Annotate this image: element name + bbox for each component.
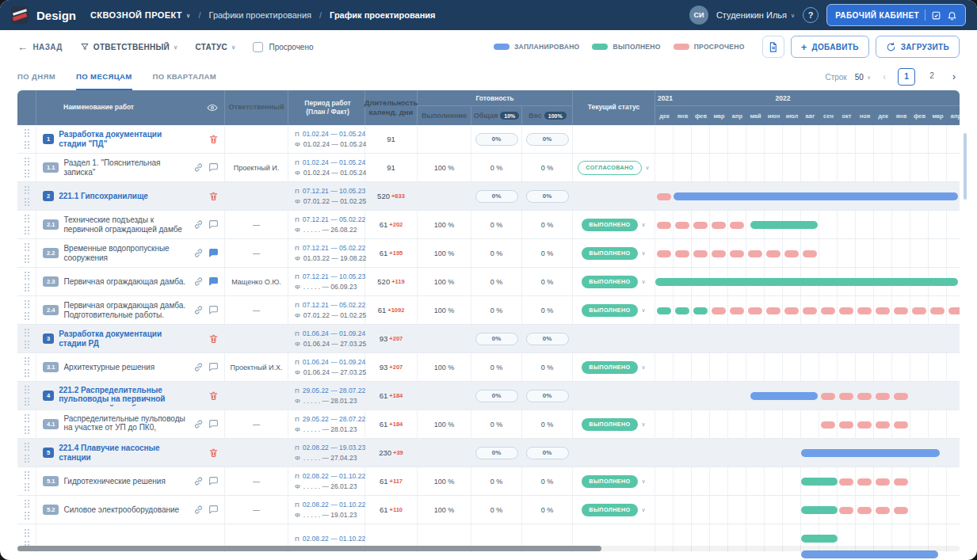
link-icon[interactable] — [193, 162, 204, 173]
gantt-bar-planned[interactable] — [674, 192, 958, 200]
checkbox-box[interactable] — [253, 42, 263, 52]
comment-icon[interactable] — [208, 419, 219, 429]
gantt-bar-planned[interactable] — [750, 392, 818, 400]
name-cell: 1.1Раздел 1. "Пояснительная записка" — [36, 154, 225, 181]
drag-handle[interactable] — [17, 211, 36, 238]
work-name[interactable]: Разработка документации стадии "ПД" — [59, 130, 189, 149]
breadcrumb-section[interactable]: Графики проектирования — [209, 10, 311, 20]
drag-handle[interactable] — [17, 125, 36, 153]
drag-handle[interactable] — [17, 496, 36, 524]
task-check-icon[interactable] — [931, 10, 941, 21]
horizontal-scrollbar-thumb[interactable] — [17, 546, 601, 551]
drag-handle[interactable] — [17, 296, 36, 324]
gantt-bar-done[interactable] — [655, 278, 958, 286]
drag-handle[interactable] — [17, 182, 36, 210]
chevron-down-icon[interactable]: ∨ — [646, 165, 650, 171]
bell-icon[interactable] — [947, 10, 957, 21]
avatar[interactable]: СИ — [689, 6, 708, 25]
link-icon[interactable] — [193, 305, 204, 315]
comment-icon[interactable] — [208, 162, 219, 173]
link-icon[interactable] — [193, 219, 204, 230]
gantt-bar-done[interactable] — [750, 221, 818, 229]
link-icon[interactable] — [193, 419, 204, 429]
overdue-checkbox[interactable]: Просрочено — [253, 42, 313, 52]
status-pill[interactable]: ВЫПОЛНЕНО — [582, 361, 637, 374]
responsible-filter[interactable]: ОТВЕТСТВЕННЫЙ∨ — [80, 42, 178, 51]
comment-icon-active[interactable] — [208, 248, 219, 258]
chevron-down-icon[interactable]: ∨ — [642, 222, 646, 228]
chevron-down-icon[interactable]: ∨ — [642, 478, 646, 485]
load-button[interactable]: ЗАГРУЗИТЬ — [876, 36, 960, 58]
drag-handle[interactable] — [17, 410, 36, 438]
gantt-bar-planned[interactable] — [801, 449, 940, 457]
eye-icon[interactable] — [207, 102, 218, 113]
status-pill[interactable]: ВЫПОЛНЕНО — [582, 247, 637, 260]
status-pill[interactable]: ВЫПОЛНЕНО — [582, 276, 637, 288]
tab-by-quarters[interactable]: ПО КВАРТАЛАМ — [153, 63, 217, 90]
tab-by-days[interactable]: ПО ДНЯМ — [17, 63, 55, 90]
status-pill[interactable]: СОГЛАСОВАНО — [578, 161, 641, 175]
status-pill[interactable]: ВЫПОЛНЕНО — [582, 304, 637, 317]
drag-handle[interactable] — [17, 239, 36, 267]
gantt-bar-done[interactable] — [801, 535, 838, 543]
work-name[interactable]: 221.1 Гипсохранилище — [59, 192, 189, 201]
status-cell — [573, 182, 655, 210]
comment-icon[interactable] — [208, 362, 219, 372]
status-pill[interactable]: ВЫПОЛНЕНО — [582, 475, 637, 488]
drag-handle[interactable] — [17, 325, 36, 352]
comment-icon[interactable] — [208, 305, 219, 315]
back-button[interactable]: ←НАЗАД — [17, 41, 63, 53]
status-pill[interactable]: ВЫПОЛНЕНО — [582, 219, 637, 231]
tab-by-months[interactable]: ПО МЕСЯЦАМ — [76, 63, 132, 90]
gantt-cell — [655, 496, 960, 524]
prev-page-button[interactable]: ‹ — [879, 71, 890, 82]
add-button[interactable]: +ДОБАВИТЬ — [791, 36, 869, 58]
drag-handle[interactable] — [17, 268, 36, 295]
link-icon[interactable] — [193, 248, 204, 258]
chevron-down-icon[interactable]: ∨ — [642, 507, 646, 513]
trash-icon[interactable] — [208, 191, 219, 201]
gantt-bar-done[interactable] — [801, 506, 838, 514]
chevron-down-icon[interactable]: ∨ — [642, 250, 646, 257]
status-filter[interactable]: СТАТУС∨ — [195, 43, 235, 51]
drag-handle[interactable] — [17, 154, 36, 181]
back-label: НАЗАД — [32, 43, 62, 51]
next-page-button[interactable]: › — [948, 71, 960, 82]
trash-icon[interactable] — [208, 134, 219, 144]
work-name[interactable]: 221.4 Плавучие насосные станции — [59, 444, 189, 463]
project-selector[interactable]: СКВОЗНОЙ ПРОЕКТ∨ — [90, 10, 190, 20]
work-name[interactable]: Разработка документации стадии РД — [59, 330, 189, 349]
chevron-down-icon[interactable]: ∨ — [642, 279, 646, 285]
help-button[interactable]: ? — [803, 7, 819, 23]
work-name[interactable]: 221.2 Распределительные пульповоды на пе… — [59, 386, 189, 406]
workspace-button[interactable]: РАБОЧИЙ КАБИНЕТ — [826, 4, 966, 26]
trash-icon[interactable] — [208, 333, 219, 344]
rows-per-page-select[interactable]: 50∨ — [855, 73, 871, 82]
drag-handle[interactable] — [17, 439, 36, 467]
page-button-2[interactable]: 2 — [923, 68, 941, 86]
status-pill[interactable]: ВЫПОЛНЕНО — [582, 418, 637, 431]
trash-icon[interactable] — [208, 390, 219, 401]
chevron-down-icon[interactable]: ∨ — [642, 421, 646, 428]
link-icon[interactable] — [193, 476, 204, 486]
comment-icon-active[interactable] — [208, 276, 219, 287]
gantt-bar-done[interactable] — [801, 478, 838, 486]
drag-handle[interactable] — [17, 382, 36, 410]
comment-icon[interactable] — [208, 476, 219, 486]
comment-icon[interactable] — [208, 505, 219, 515]
link-icon[interactable] — [193, 505, 204, 515]
page-button-1[interactable]: 1 — [898, 68, 915, 86]
user-menu[interactable]: Студеникин Илья∨ — [716, 10, 795, 20]
drag-handle[interactable] — [17, 353, 36, 381]
chevron-down-icon[interactable]: ∨ — [642, 307, 646, 314]
horizontal-scrollbar[interactable] — [17, 546, 960, 551]
trash-icon[interactable] — [208, 448, 219, 458]
vertical-scrollbar[interactable] — [964, 133, 967, 200]
link-icon[interactable] — [193, 276, 204, 287]
drag-handle[interactable] — [17, 467, 36, 495]
export-document-button[interactable] — [762, 36, 784, 58]
comment-icon[interactable] — [208, 219, 219, 230]
status-pill[interactable]: ВЫПОЛНЕНО — [582, 504, 637, 516]
link-icon[interactable] — [193, 362, 204, 372]
chevron-down-icon[interactable]: ∨ — [642, 364, 646, 371]
